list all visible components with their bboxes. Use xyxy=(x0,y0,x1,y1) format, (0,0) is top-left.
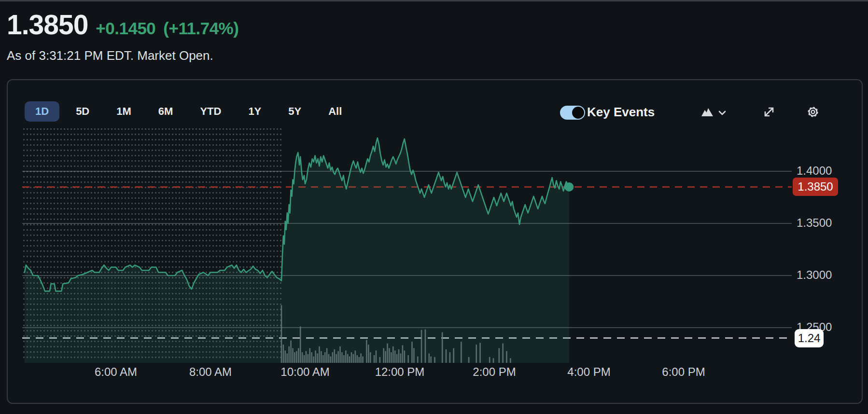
y-axis-label: 1.3500 xyxy=(797,216,845,230)
x-axis-label: 10:00 AM xyxy=(266,365,344,379)
price-value: 1.3850 xyxy=(7,9,88,41)
x-axis-label: 8:00 AM xyxy=(172,365,249,379)
quote-header: 1.3850 +0.1450 (+11.74%) xyxy=(7,9,238,41)
top-divider xyxy=(0,0,868,1)
y-axis-label: 1.4000 xyxy=(797,164,845,178)
chart-area[interactable] xyxy=(22,111,792,374)
gear-icon xyxy=(805,104,821,121)
settings-button[interactable] xyxy=(802,102,824,123)
price-change-percent: (+11.74%) xyxy=(163,19,238,38)
y-axis-label: 1.3000 xyxy=(797,268,845,282)
quote-page: 1.3850 +0.1450 (+11.74%) As of 3:31:21 P… xyxy=(0,0,868,414)
previous-close-badge: 1.24 xyxy=(795,329,824,347)
x-axis-label: 4:00 PM xyxy=(550,365,628,379)
x-axis-label: 12:00 PM xyxy=(361,365,438,379)
as-of-text: As of 3:31:21 PM EDT. Market Open. xyxy=(7,48,213,63)
price-change: +0.1450 xyxy=(96,19,155,38)
x-axis-label: 6:00 AM xyxy=(77,365,154,379)
x-axis-label: 2:00 PM xyxy=(456,365,533,379)
current-price-badge: 1.3850 xyxy=(793,178,838,196)
x-axis-label: 6:00 PM xyxy=(645,365,722,379)
